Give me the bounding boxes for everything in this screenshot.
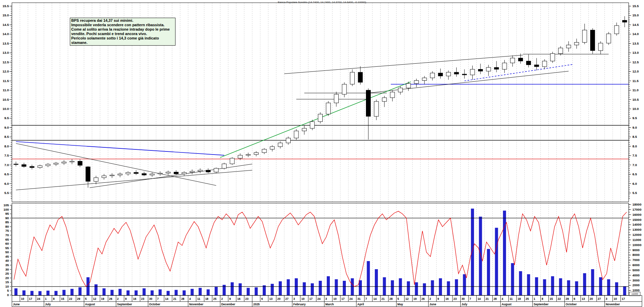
svg-text:15000: 15000 <box>632 218 641 222</box>
svg-text:4000: 4000 <box>632 273 640 277</box>
svg-text:11000: 11000 <box>632 238 641 242</box>
annotation-note: BPS recupera dai 14,37 sui minimi. Impos… <box>70 18 175 46</box>
svg-text:5: 5 <box>397 297 399 301</box>
svg-text:26: 26 <box>109 297 112 301</box>
svg-text:December: December <box>221 303 235 306</box>
svg-text:28: 28 <box>181 297 185 301</box>
svg-text:10.5: 10.5 <box>3 98 9 101</box>
svg-text:7.0: 7.0 <box>632 163 637 167</box>
svg-text:6: 6 <box>261 297 263 301</box>
svg-text:2: 2 <box>429 297 431 301</box>
svg-text:19: 19 <box>101 297 105 301</box>
svg-text:11.0: 11.0 <box>632 88 639 92</box>
svg-text:24: 24 <box>349 297 353 301</box>
svg-text:13000: 13000 <box>632 228 641 231</box>
svg-text:15: 15 <box>5 280 9 284</box>
svg-text:17: 17 <box>622 297 625 301</box>
svg-text:8.0: 8.0 <box>632 144 637 148</box>
svg-text:18: 18 <box>518 297 521 301</box>
svg-text:60: 60 <box>5 242 9 245</box>
svg-text:13.0: 13.0 <box>3 51 9 54</box>
svg-text:6.5: 6.5 <box>632 172 637 176</box>
svg-text:19: 19 <box>413 297 417 301</box>
svg-text:23: 23 <box>454 297 457 301</box>
svg-text:14.0: 14.0 <box>632 32 639 36</box>
svg-text:22: 22 <box>557 297 561 301</box>
svg-text:25: 25 <box>213 297 217 301</box>
svg-text:May: May <box>397 303 403 306</box>
svg-text:65: 65 <box>5 238 9 241</box>
svg-text:10: 10 <box>5 285 9 288</box>
svg-text:12000: 12000 <box>632 233 641 237</box>
svg-text:20: 20 <box>589 297 593 301</box>
svg-text:16: 16 <box>237 297 241 301</box>
svg-text:April: April <box>357 303 364 306</box>
svg-text:1: 1 <box>45 297 47 301</box>
svg-text:10.0: 10.0 <box>632 107 639 111</box>
svg-text:13: 13 <box>269 297 273 301</box>
svg-text:75: 75 <box>5 229 9 232</box>
svg-text:15.5: 15.5 <box>632 4 639 8</box>
svg-text:20: 20 <box>5 276 9 280</box>
svg-text:8000: 8000 <box>632 253 640 257</box>
svg-text:28: 28 <box>493 297 497 301</box>
oscillator-refs <box>12 218 629 287</box>
svg-text:August: August <box>85 303 95 306</box>
svg-text:9: 9 <box>229 297 231 301</box>
svg-text:March: March <box>325 303 334 306</box>
svg-text:9.0: 9.0 <box>632 126 637 129</box>
svg-text:55: 55 <box>5 246 9 250</box>
svg-text:10: 10 <box>21 297 25 301</box>
svg-text:15: 15 <box>61 297 64 301</box>
svg-text:2: 2 <box>221 297 223 301</box>
svg-text:10: 10 <box>614 297 617 301</box>
svg-text:85: 85 <box>5 220 9 224</box>
svg-text:12.5: 12.5 <box>3 60 9 64</box>
svg-text:6.0: 6.0 <box>632 182 637 185</box>
svg-text:3: 3 <box>605 297 607 301</box>
svg-text:7.0: 7.0 <box>4 163 9 167</box>
svg-text:11.5: 11.5 <box>3 79 9 83</box>
price-axis-left: 15.515.014.514.013.513.012.512.011.511.0… <box>3 4 12 199</box>
svg-text:14: 14 <box>165 297 169 301</box>
svg-text:25: 25 <box>525 297 529 301</box>
svg-text:June: June <box>13 303 20 306</box>
svg-text:17: 17 <box>29 297 32 301</box>
svg-text:18: 18 <box>205 297 209 301</box>
svg-text:21: 21 <box>486 297 489 301</box>
svg-text:4: 4 <box>502 297 503 301</box>
svg-text:7000: 7000 <box>632 258 640 262</box>
svg-text:8: 8 <box>53 297 55 301</box>
price-axis-right: 15.515.014.514.013.513.012.512.011.511.0… <box>629 4 639 199</box>
svg-text:70: 70 <box>5 233 9 237</box>
svg-text:14.0: 14.0 <box>3 32 9 36</box>
svg-text:8.0: 8.0 <box>4 144 9 148</box>
svg-text:15.0: 15.0 <box>3 13 9 17</box>
svg-text:7: 7 <box>365 297 367 301</box>
svg-text:12.0: 12.0 <box>3 69 9 73</box>
svg-text:5.5: 5.5 <box>632 191 637 195</box>
svg-text:95: 95 <box>5 212 9 215</box>
svg-text:12: 12 <box>405 297 409 301</box>
svg-text:105: 105 <box>3 203 9 207</box>
svg-text:10.5: 10.5 <box>632 98 639 101</box>
svg-text:February: February <box>293 303 306 306</box>
svg-text:9.0: 9.0 <box>4 126 9 129</box>
svg-text:27: 27 <box>285 297 289 301</box>
svg-text:100: 100 <box>3 208 9 211</box>
svg-text:15.5: 15.5 <box>3 4 9 8</box>
svg-text:3: 3 <box>325 297 327 301</box>
svg-text:9000: 9000 <box>632 248 640 252</box>
svg-text:26: 26 <box>421 297 425 301</box>
svg-text:October: October <box>566 303 577 306</box>
svg-text:6.5: 6.5 <box>4 172 9 176</box>
svg-text:10: 10 <box>301 297 305 301</box>
svg-text:7: 7 <box>157 297 159 301</box>
svg-text:July: July <box>45 303 51 306</box>
svg-text:November: November <box>605 303 620 306</box>
svg-text:11: 11 <box>509 297 512 301</box>
svg-text:0: 0 <box>7 293 9 297</box>
svg-text:31: 31 <box>357 297 361 301</box>
svg-text:2: 2 <box>117 297 119 301</box>
svg-text:14.5: 14.5 <box>632 23 639 27</box>
